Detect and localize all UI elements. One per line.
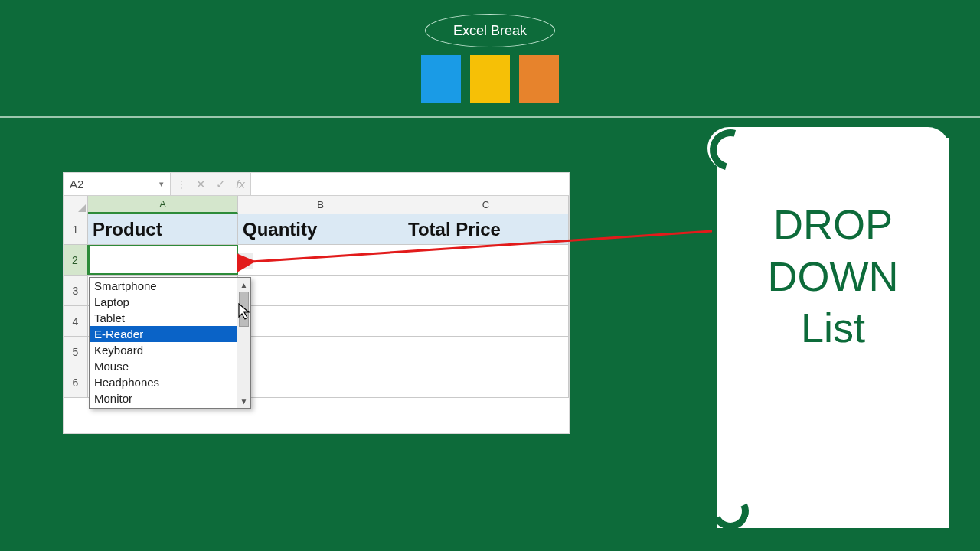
cell-b4[interactable] [238, 306, 403, 336]
formula-input[interactable] [250, 173, 569, 195]
cell-b3[interactable] [238, 276, 403, 305]
name-box-dropdown-icon[interactable]: ▾ [159, 179, 164, 189]
dropdown-item-1[interactable]: Laptop [90, 294, 237, 310]
column-header-c[interactable]: C [403, 196, 569, 214]
dropdown-item-3[interactable]: E-Reader [90, 326, 237, 342]
row-header-4[interactable]: 4 [64, 306, 88, 336]
row-header-5[interactable]: 5 [64, 337, 88, 367]
cell-b2[interactable] [238, 245, 403, 275]
dropdown-item-4[interactable]: Keyboard [90, 342, 237, 358]
row-header-1[interactable]: 1 [64, 214, 88, 244]
dropdown-item-7[interactable]: Monitor [90, 390, 237, 406]
cancel-icon[interactable]: ✕ [191, 178, 211, 191]
dropdown-item-5[interactable]: Mouse [90, 358, 237, 374]
cell-c5[interactable] [403, 337, 569, 367]
column-header-a[interactable]: A [88, 196, 238, 214]
scroll-up-icon[interactable]: ▲ [237, 278, 250, 292]
scroll-curl-top-icon [707, 127, 949, 170]
formula-bar-expand-icon[interactable]: ⋮ [171, 178, 191, 191]
annotation-label-line2: DOWN [717, 251, 949, 303]
scroll-thumb[interactable] [239, 292, 249, 327]
dropdown-list-items: Smartphone Laptop Tablet E-Reader Keyboa… [90, 278, 237, 408]
formula-bar: A2 ▾ ⋮ ✕ ✓ fx [64, 173, 569, 196]
cell-c1[interactable]: Total Price [403, 214, 569, 244]
cell-b1[interactable]: Quantity [238, 214, 403, 244]
dropdown-scrollbar[interactable]: ▲ ▼ [237, 278, 250, 408]
logo-square-blue [421, 55, 461, 103]
dropdown-item-2[interactable]: Tablet [90, 310, 237, 326]
name-box-value: A2 [70, 178, 83, 191]
column-header-row: A B C [64, 196, 569, 214]
data-validation-dropdown-button[interactable]: ▾ [238, 253, 253, 269]
header-divider [0, 116, 980, 118]
row-header-6[interactable]: 6 [64, 367, 88, 397]
formula-bar-buttons: ⋮ ✕ ✓ fx [171, 173, 250, 195]
row-header-2[interactable]: 2 [64, 245, 88, 275]
row-2: 2 ▾ [64, 245, 569, 276]
select-all-corner[interactable] [64, 196, 88, 214]
column-header-b[interactable]: B [238, 196, 403, 214]
brand-name: Excel Break [425, 14, 555, 47]
row-header-3[interactable]: 3 [64, 276, 88, 305]
scroll-curl-bottom-icon [712, 493, 747, 528]
annotation-label: DROP DOWN List [717, 199, 949, 354]
spreadsheet-panel: A2 ▾ ⋮ ✕ ✓ fx A B C 1 Product Quantity T… [63, 172, 570, 434]
enter-icon[interactable]: ✓ [211, 178, 230, 191]
cell-b5[interactable] [238, 337, 403, 367]
cell-b6[interactable] [238, 367, 403, 397]
row-1: 1 Product Quantity Total Price [64, 214, 569, 245]
cell-a1[interactable]: Product [88, 214, 238, 244]
cell-c4[interactable] [403, 306, 569, 336]
dropdown-item-6[interactable]: Headphones [90, 374, 237, 390]
name-box[interactable]: A2 ▾ [64, 173, 171, 195]
cell-c6[interactable] [403, 367, 569, 397]
logo-square-yellow [470, 55, 510, 103]
annotation-label-line1: DROP [717, 199, 949, 251]
scroll-down-icon[interactable]: ▼ [237, 394, 250, 408]
cell-c2[interactable] [403, 245, 569, 275]
brand-header: Excel Break [0, 0, 980, 106]
logo-square-orange [519, 55, 559, 103]
dropdown-item-0[interactable]: Smartphone [90, 278, 237, 294]
cell-a2[interactable]: ▾ [88, 245, 238, 275]
annotation-scroll: DROP DOWN List [717, 138, 949, 528]
annotation-label-line3: List [717, 302, 949, 354]
cell-c3[interactable] [403, 276, 569, 305]
fx-icon[interactable]: fx [230, 178, 250, 191]
data-validation-list[interactable]: Smartphone Laptop Tablet E-Reader Keyboa… [89, 277, 251, 409]
brand-squares [0, 55, 980, 106]
